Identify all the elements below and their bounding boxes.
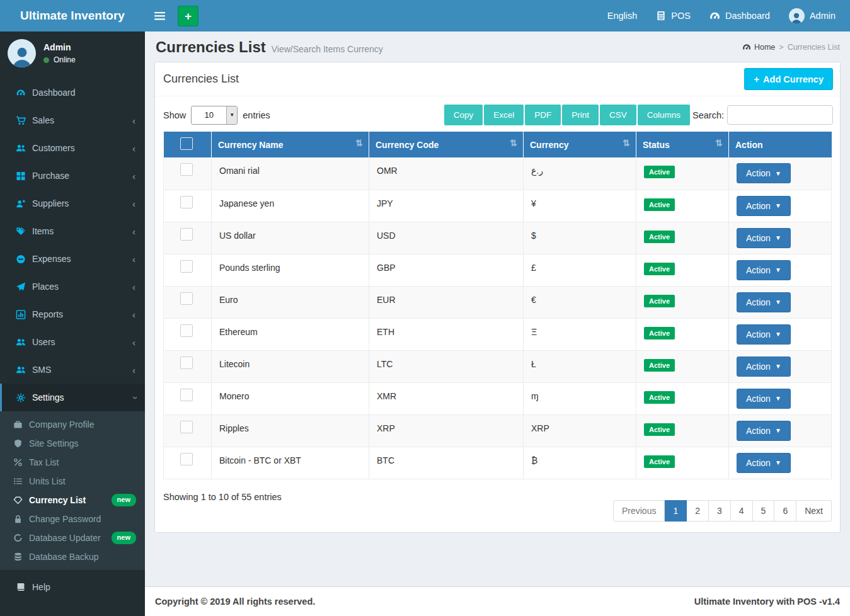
breadcrumb-home-link[interactable]: Home (742, 43, 775, 52)
sidebar-item-sales[interactable]: Sales ‹ (0, 106, 145, 134)
row-checkbox[interactable] (180, 421, 193, 433)
user-meta: Admin Online (43, 42, 76, 64)
column-header-currency-name[interactable]: Currency Name⇅ (212, 132, 369, 157)
cart-icon (16, 116, 26, 125)
row-checkbox[interactable] (180, 228, 193, 241)
row-checkbox[interactable] (180, 163, 193, 176)
sidebar-item-reports[interactable]: Reports ‹ (0, 300, 145, 328)
submenu-item-site-settings[interactable]: Site Settings (0, 434, 145, 453)
select-caret-icon: ▼ (226, 106, 237, 124)
column-header-currency[interactable]: Currency⇅ (524, 132, 636, 157)
sidebar-user-status[interactable]: Online (43, 55, 76, 64)
sidebar-item-places[interactable]: Places ‹ (0, 273, 145, 300)
search-input[interactable] (727, 105, 833, 125)
row-checkbox[interactable] (180, 260, 193, 273)
chevron-left-icon: ‹ (132, 199, 135, 208)
cell-currency-code: EUR (369, 286, 524, 318)
quick-add-button[interactable]: + (178, 6, 198, 26)
row-action-button[interactable]: Action▼ (737, 324, 791, 345)
sidebar-user-name: Admin (43, 42, 76, 52)
row-checkbox[interactable] (180, 292, 193, 305)
sidebar-item-sms[interactable]: SMS ‹ (0, 356, 145, 384)
submenu-item-currency-list[interactable]: Currency List new (0, 491, 145, 510)
select-all-checkbox[interactable] (180, 137, 193, 150)
cell-currency-name: Litecoin (212, 350, 369, 382)
lock-icon (13, 515, 23, 523)
row-checkbox[interactable] (180, 196, 193, 208)
pagination-previous[interactable]: Previous (613, 500, 665, 522)
pagination-page-4[interactable]: 4 (731, 500, 753, 522)
table-row: Monero XMR ɱ Active Action▼ (164, 382, 832, 414)
submenu-item-database-backup[interactable]: Database Backup (0, 547, 145, 566)
sidebar-item-settings[interactable]: Settings ‹ (0, 384, 145, 411)
cell-currency-symbol: XRP (524, 414, 636, 447)
row-checkbox[interactable] (180, 324, 193, 337)
cell-currency-name: Japanese yen (212, 190, 369, 222)
language-menu[interactable]: English (598, 0, 647, 31)
pagination-page-5[interactable]: 5 (753, 500, 775, 522)
submenu-item-change-password[interactable]: Change Password (0, 510, 145, 528)
cell-currency-symbol: € (524, 286, 636, 318)
brand-logo[interactable]: Ultimate Inventory (0, 0, 145, 31)
page-size-select[interactable]: 10 ▼ (191, 106, 238, 125)
copy-button[interactable]: Copy (444, 105, 483, 125)
table-row: Ripples XRP XRP Active Action▼ (164, 414, 832, 447)
pdf-button[interactable]: PDF (525, 105, 561, 125)
row-action-button[interactable]: Action▼ (737, 421, 791, 441)
caret-down-icon: ▼ (775, 395, 781, 402)
excel-button[interactable]: Excel (484, 105, 524, 125)
print-button[interactable]: Print (562, 105, 599, 125)
columns-button[interactable]: Columns (638, 105, 690, 125)
action-label: Action (746, 394, 771, 404)
add-currency-button[interactable]: + Add Currency (744, 68, 833, 90)
action-label: Action (746, 168, 771, 178)
sidebar-item-suppliers[interactable]: Suppliers ‹ (0, 190, 145, 217)
pagination-page-2[interactable]: 2 (687, 500, 709, 522)
cell-currency-symbol: $ (524, 222, 636, 254)
sidebar-item-expenses[interactable]: Expenses ‹ (0, 245, 145, 273)
column-header-currency-code[interactable]: Currency Code⇅ (369, 132, 524, 157)
submenu-item-tax-list[interactable]: Tax List (0, 453, 145, 472)
row-action-button[interactable]: Action▼ (737, 356, 791, 377)
sidebar-item-label: Purchase (32, 171, 69, 181)
row-action-button[interactable]: Action▼ (737, 292, 791, 312)
row-action-button[interactable]: Action▼ (737, 389, 791, 409)
sidebar-item-items[interactable]: Items ‹ (0, 217, 145, 245)
caret-down-icon: ▼ (775, 459, 781, 466)
dashboard-link[interactable]: Dashboard (700, 0, 779, 31)
new-badge: new (112, 494, 136, 506)
pagination-page-3[interactable]: 3 (709, 500, 731, 522)
row-action-button[interactable]: Action▼ (737, 196, 791, 216)
row-action-button[interactable]: Action▼ (737, 163, 791, 183)
sidebar-item-dashboard[interactable]: Dashboard (0, 79, 145, 106)
submenu-item-units-list[interactable]: Units List (0, 472, 145, 491)
row-action-button[interactable]: Action▼ (737, 260, 791, 280)
cell-currency-name: Monero (212, 382, 369, 414)
submenu-item-label: Tax List (29, 457, 59, 467)
table-row: Japanese yen JPY ¥ Active Action▼ (164, 190, 832, 222)
csv-button[interactable]: CSV (600, 105, 636, 125)
row-checkbox[interactable] (180, 389, 193, 401)
action-label: Action (746, 458, 771, 468)
pos-link[interactable]: POS (646, 0, 700, 31)
app-wrapper: Admin Online Dashboard Sales ‹ Customers (0, 0, 850, 616)
sidebar-item-customers[interactable]: Customers ‹ (0, 134, 145, 162)
row-checkbox[interactable] (180, 356, 193, 369)
row-action-button[interactable]: Action▼ (737, 453, 791, 473)
pagination-page-1[interactable]: 1 (665, 500, 687, 522)
breadcrumb-home-label: Home (754, 43, 775, 52)
user-menu[interactable]: Admin (779, 0, 845, 31)
sidebar-item-users[interactable]: Users ‹ (0, 328, 145, 356)
row-checkbox[interactable] (180, 453, 193, 465)
diamond-icon (13, 496, 23, 505)
sidebar-toggle-button[interactable] (145, 0, 174, 31)
entries-label: entries (243, 110, 270, 120)
submenu-item-database-updater[interactable]: Database Updater new (0, 528, 145, 547)
sidebar-item-purchase[interactable]: Purchase ‹ (0, 162, 145, 190)
submenu-item-company-profile[interactable]: Company Profile (0, 415, 145, 434)
sidebar-item-help[interactable]: Help (0, 575, 145, 599)
row-action-button[interactable]: Action▼ (737, 228, 791, 248)
pagination-next[interactable]: Next (796, 500, 832, 522)
pagination-page-6[interactable]: 6 (774, 500, 796, 522)
column-header-status[interactable]: Status⇅ (636, 132, 729, 157)
